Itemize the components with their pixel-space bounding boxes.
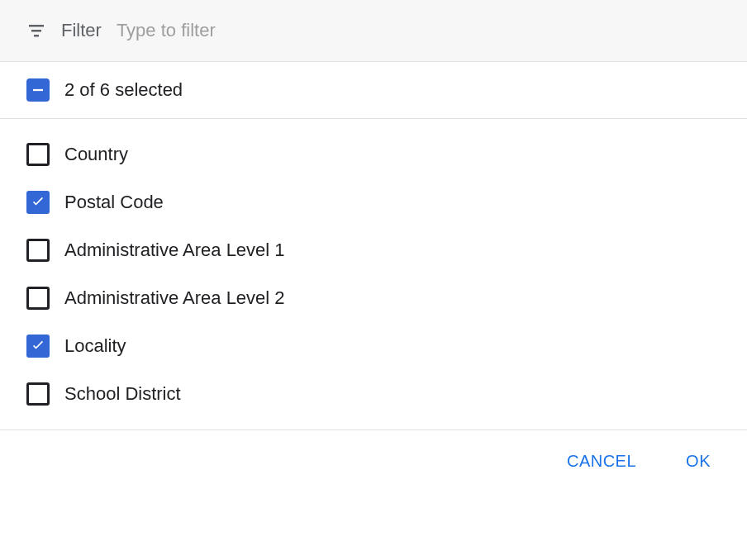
svg-rect-2 [34,35,39,37]
indeterminate-checkbox-icon [26,78,50,102]
option-label: School District [64,383,181,405]
filter-label: Filter [61,20,102,41]
checkbox-unchecked-icon [26,239,50,262]
cancel-button[interactable]: CANCEL [560,447,643,476]
ok-button[interactable]: OK [679,447,717,476]
svg-rect-0 [29,25,44,27]
select-all-row[interactable]: 2 of 6 selected [0,62,747,119]
option-country[interactable]: Country [0,131,747,178]
filter-input[interactable] [117,20,721,41]
option-admin-area-2[interactable]: Administrative Area Level 2 [0,274,747,322]
checkbox-unchecked-icon [26,287,50,310]
svg-rect-3 [33,89,43,91]
options-list: Country Postal Code Administrative Area … [0,119,747,430]
option-label: Administrative Area Level 2 [64,287,285,309]
option-locality[interactable]: Locality [0,322,747,370]
option-label: Postal Code [64,192,164,213]
selection-summary-text: 2 of 6 selected [64,79,183,101]
option-admin-area-1[interactable]: Administrative Area Level 1 [0,226,747,274]
option-postal-code[interactable]: Postal Code [0,178,747,226]
checkbox-checked-icon [26,191,50,214]
option-school-district[interactable]: School District [0,370,747,418]
checkbox-checked-icon [26,335,50,358]
checkbox-unchecked-icon [26,382,50,406]
svg-rect-1 [31,30,41,32]
filter-bar: Filter [0,0,747,62]
checkbox-unchecked-icon [26,143,50,166]
option-label: Administrative Area Level 1 [64,240,285,261]
button-bar: CANCEL OK [0,430,747,492]
filter-icon [26,21,46,40]
option-label: Country [64,144,128,165]
option-label: Locality [64,335,126,357]
